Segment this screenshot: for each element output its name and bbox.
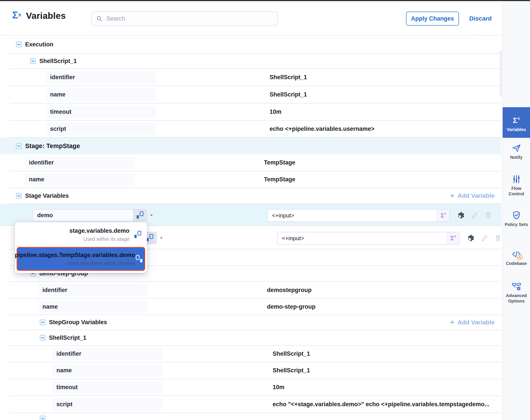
sidebar-item-codebase[interactable]: Codebase (503, 249, 530, 266)
settings-gear-icon[interactable] (457, 211, 465, 219)
sigma-variables-icon: Σx (12, 10, 21, 21)
field-row-identifier: identifierdemostepgroup (10, 282, 501, 299)
copy-icon[interactable] (134, 231, 141, 239)
field-row-script: scriptecho "<+stage.variables.demo>" ech… (10, 396, 501, 413)
variable-scope-text: Used anywhere within pipeline (15, 260, 135, 267)
field-row-timeout: timeout10m (10, 104, 501, 121)
field-label-box: timeout (52, 381, 162, 393)
shield-check-icon (503, 210, 530, 221)
sidebar-item-policy-sets[interactable]: Policy Sets (503, 210, 530, 227)
discard-button[interactable]: Discard (468, 12, 493, 26)
apply-changes-button[interactable]: Apply Changes (406, 12, 459, 26)
sidebar-item-notify[interactable]: Notify (503, 143, 530, 160)
delete-trash-icon[interactable] (494, 234, 502, 242)
tree-row-stage-variables: Stage Variables+Add Variable (10, 188, 501, 204)
collapse-icon[interactable] (30, 58, 36, 64)
add-variable-button[interactable]: +Add Variable (450, 192, 495, 199)
copy-button[interactable] (133, 210, 147, 221)
field-value: demo-step-group (267, 303, 315, 310)
page-title-group: Σx Variables (12, 10, 66, 21)
copy-icon (136, 211, 143, 219)
collapse-icon[interactable] (40, 320, 45, 325)
field-label: name (29, 176, 44, 183)
sidebar-item-advanced-options[interactable]: Advanced Options (503, 281, 530, 304)
tree-row-shellscript-1: ShellScript_1 (10, 54, 501, 69)
add-variable-label: Add Variable (457, 319, 495, 326)
code-warning-icon (503, 249, 530, 259)
tree-row-stepgroup-variables: StepGroup Variables+Add Variable (10, 315, 501, 330)
value-separator: - (160, 234, 162, 241)
collapse-icon[interactable] (16, 42, 22, 47)
field-value: ShellScript_1 (270, 74, 307, 81)
search-input[interactable] (106, 15, 273, 22)
variable-path-popup: stage.variables.demo Used within its sta… (15, 222, 147, 273)
variable-scope-text: Used within its stage (69, 236, 130, 242)
panel-header: Σx Variables Apply Changes Discard (0, 1, 502, 36)
field-label: name (43, 303, 58, 310)
scrollbar-thumb[interactable] (500, 50, 501, 96)
sidebar-item-flow-control[interactable]: Flow Control (503, 174, 530, 197)
tree-label: Execution (25, 41, 53, 48)
popup-item-stage-scope[interactable]: stage.variables.demo Used within its sta… (15, 224, 147, 246)
variable-name-field[interactable]: demo (32, 209, 147, 221)
field-label: script (50, 126, 66, 132)
variables-table: ExecutionShellScript_1identifierShellScr… (0, 36, 502, 420)
field-label-box: script (52, 398, 162, 410)
popup-item-texts: pipeline.stages.TempStage.variables.demo… (15, 251, 135, 267)
variable-value-field[interactable]: <+input>Σx (277, 232, 460, 245)
field-label-box: name (25, 173, 135, 186)
field-label-box: identifier (39, 284, 148, 296)
field-value: TempStage (264, 159, 295, 166)
variable-value[interactable]: <+input> (278, 232, 447, 244)
field-row-script: scriptecho <+pipeline.variables.username… (10, 121, 501, 138)
tree-row-execution: Execution (10, 36, 501, 54)
delete-trash-icon[interactable] (484, 211, 492, 219)
field-value: ShellScript_1 (273, 350, 310, 357)
variable-value-field[interactable]: <+input>Σx (267, 209, 450, 222)
field-value: echo "<+stage.variables.demo>" echo <+pi… (273, 401, 489, 408)
field-label: identifier (29, 159, 54, 166)
popup-item-pipeline-scope[interactable]: pipeline.stages.TempStage.variables.demo… (17, 247, 145, 271)
collapse-icon[interactable] (40, 416, 45, 420)
field-row-name: nameTempStage (10, 171, 501, 188)
plus-icon: + (450, 319, 455, 325)
sigma-icon: Σx (503, 115, 530, 126)
field-label: identifier (43, 287, 67, 294)
sidebar-item-label: Flow Control (503, 186, 530, 197)
tree-label: Stage: TempStage (25, 142, 80, 150)
field-row-identifier: identifierTempStage (10, 154, 501, 171)
tree-label: Stage Variables (25, 193, 69, 199)
copy-icon (146, 234, 153, 242)
field-label: identifier (50, 74, 75, 81)
plus-icon: + (450, 193, 455, 199)
runtime-input-sigma-button[interactable]: Σx (447, 232, 459, 244)
collapse-icon[interactable] (16, 143, 22, 149)
runtime-input-sigma-button[interactable]: Σx (437, 210, 450, 221)
field-value: 10m (273, 384, 284, 391)
field-label-box: identifier (52, 348, 162, 360)
main-panel: Σx Variables Apply Changes Discard Execu… (0, 1, 502, 420)
workflow-gear-icon (503, 281, 530, 292)
sidebar-item-variables[interactable]: Σx Variables (503, 107, 530, 138)
search-icon (96, 15, 102, 22)
field-label-box: timeout (46, 106, 156, 118)
tree-row-stage-tempstage: Stage: TempStage (0, 138, 501, 154)
settings-gear-icon[interactable] (467, 234, 475, 242)
field-value: demostepgroup (267, 287, 311, 294)
search-box[interactable] (91, 11, 278, 26)
tree-label: ShellScript_1 (39, 58, 77, 64)
variable-path-text: stage.variables.demo (69, 227, 130, 235)
variable-value[interactable]: <+input> (268, 210, 437, 221)
field-row-identifier: identifierShellScript_1 (10, 69, 501, 86)
collapse-icon[interactable] (40, 335, 45, 341)
field-value: ShellScript_1 (273, 367, 310, 374)
variables-panel-screen: Σx Variables Apply Changes Discard Execu… (0, 0, 530, 420)
add-variable-button[interactable]: +Add Variable (450, 319, 495, 326)
collapse-icon[interactable] (16, 193, 22, 199)
edit-pencil-icon[interactable] (471, 211, 479, 219)
tree-label: ShellScript_1 (49, 334, 86, 341)
tree-row-shellscript-1: ShellScript_1 (10, 330, 501, 346)
edit-pencil-icon[interactable] (480, 234, 489, 242)
field-value: echo <+pipeline.variables.username> (270, 126, 375, 132)
row-actions (467, 234, 502, 242)
